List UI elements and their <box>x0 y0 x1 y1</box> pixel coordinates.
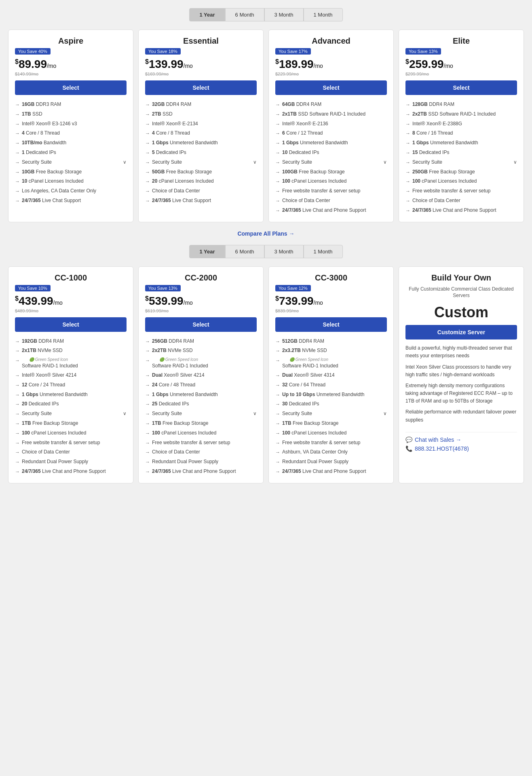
savings-badge-cc2000: You Save 13% <box>145 285 181 291</box>
feature-item: → 32GB DDR4 RAM <box>145 100 257 110</box>
arrow-icon: → <box>15 188 20 195</box>
arrow-icon: → <box>275 178 280 185</box>
period-btn-3-month[interactable]: 3 Month <box>264 8 304 21</box>
price-original-aspire: $149.99/mo <box>15 72 127 76</box>
arrow-icon: → <box>275 392 280 399</box>
page-wrapper: 1 Year6 Month3 Month1 Month Aspire You S… <box>0 0 532 500</box>
chevron-down-icon[interactable]: ∨ <box>253 410 257 417</box>
feature-item: → 1 Gbps Unmetered Bandwidth <box>15 390 127 400</box>
arrow-icon: → <box>405 101 410 108</box>
arrow-icon: → <box>145 338 150 345</box>
feature-item: → Free website transfer & server setup <box>145 438 257 448</box>
feature-item: → 64GB DDR4 RAM <box>275 100 387 110</box>
compare-link-wrapper: Compare All Plans → <box>8 230 524 237</box>
chevron-down-icon[interactable]: ∨ <box>383 159 387 166</box>
customize-server-btn[interactable]: Customize Server <box>405 325 517 340</box>
arrow-icon: → <box>145 430 150 437</box>
feature-item: → Free website transfer & server setup <box>15 438 127 448</box>
chevron-down-icon[interactable]: ∨ <box>123 159 127 166</box>
arrow-icon: → <box>145 178 150 185</box>
plan-name-aspire: Aspire <box>15 36 127 46</box>
features-list-aspire: → 16GB DDR3 RAM → 1TB SSD → Intel® Xeon®… <box>15 100 127 206</box>
select-btn-essential[interactable]: Select <box>145 80 257 95</box>
arrow-icon: → <box>15 338 20 345</box>
arrow-icon: → <box>275 188 280 195</box>
feature-item: → Choice of Data Center <box>145 447 257 457</box>
arrow-icon: → <box>275 130 280 137</box>
speed-icon: 🟢 Green Speed Icon <box>29 357 78 363</box>
feature-item: → 2x2TB NVMe SSD <box>145 346 257 356</box>
build-footer-item[interactable]: 💬 Chat with Sales → <box>405 436 517 443</box>
features-list-elite: → 128GB DDR4 RAM → 2x2TB SSD Software RA… <box>405 100 517 215</box>
arrow-icon: → <box>275 159 280 166</box>
period-btn-1-month[interactable]: 1 Month <box>304 245 343 258</box>
build-feature-item: Intel Xeon Silver Class processors to ha… <box>405 363 517 379</box>
plan-card-aspire: Aspire You Save 40% $89.99/mo $149.99/mo… <box>8 30 133 222</box>
period-btn-6-month[interactable]: 6 Month <box>225 245 264 258</box>
feature-item: → 2x1TB SSD Software RAID-1 Included <box>275 110 387 119</box>
chevron-down-icon[interactable]: ∨ <box>513 159 517 166</box>
arrow-icon: → <box>15 159 20 166</box>
arrow-icon: → <box>145 468 150 475</box>
feature-item: → Intel® Xeon® E-2134 <box>145 119 257 129</box>
arrow-icon: → <box>145 140 150 147</box>
arrow-icon: → <box>15 459 20 466</box>
arrow-icon: → <box>15 348 20 354</box>
feature-item-security: → Security Suite ∨ <box>275 158 387 167</box>
select-btn-aspire[interactable]: Select <box>15 80 127 95</box>
feature-item: → 1 Dedicated IPs <box>15 148 127 158</box>
select-btn-cc3000[interactable]: Select <box>275 317 387 332</box>
period-btn-3-month[interactable]: 3 Month <box>264 245 304 258</box>
price-original-cc3000: $839.99/mo <box>275 308 387 313</box>
feature-item: → Intel® Xeon® E-2388G <box>405 119 517 129</box>
arrow-icon: → <box>145 459 150 466</box>
feature-item: → 1TB Free Backup Storage <box>15 419 127 428</box>
chevron-down-icon[interactable]: ∨ <box>253 159 257 166</box>
period-btn-1-year[interactable]: 1 Year <box>189 245 225 258</box>
arrow-icon: → <box>15 468 20 475</box>
feature-item: → Up to 10 Gbps Unmetered Bandwidth <box>275 390 387 400</box>
feature-item: → Redundant Dual Power Supply <box>145 457 257 467</box>
chevron-down-icon[interactable]: ∨ <box>123 410 127 417</box>
build-footer-item[interactable]: 📞 888.321.HOST(4678) <box>405 445 517 452</box>
feature-item: → 100 cPanel Licenses Included <box>405 177 517 186</box>
arrow-icon: → <box>275 121 280 128</box>
arrow-icon: → <box>15 101 20 108</box>
select-btn-cc2000[interactable]: Select <box>145 317 257 332</box>
speed-icon: 🟢 Green Speed Icon <box>159 357 208 363</box>
arrow-icon: → <box>275 449 280 456</box>
price-main-cc1000: $439.99/mo <box>15 295 127 308</box>
period-btn-6-month[interactable]: 6 Month <box>225 8 264 21</box>
select-btn-advanced[interactable]: Select <box>275 80 387 95</box>
plan-card-cc3000: CC-3000 You Save 12% $739.99/mo $839.99/… <box>268 266 394 483</box>
arrow-icon: → <box>15 420 20 427</box>
arrow-icon: → <box>275 430 280 437</box>
arrow-icon: → <box>275 140 280 147</box>
chevron-down-icon[interactable]: ∨ <box>383 410 387 417</box>
feature-item: → 24 Core / 48 Thread <box>145 380 257 390</box>
compare-all-link[interactable]: Compare All Plans → <box>237 230 294 237</box>
plan-name-elite: Elite <box>405 36 517 46</box>
period-btn-1-month[interactable]: 1 Month <box>304 8 343 21</box>
feature-item: → Free website transfer & server setup <box>275 186 387 196</box>
feature-item: → 512GB DDR4 RAM <box>275 337 387 346</box>
arrow-icon: → <box>15 357 20 364</box>
feature-item: → 6 Core / 12 Thread <box>275 129 387 138</box>
arrow-icon: → <box>275 372 280 379</box>
plan-name-cc2000: CC-2000 <box>145 273 257 283</box>
price-main-advanced: $189.99/mo <box>275 58 387 71</box>
select-btn-cc1000[interactable]: Select <box>15 317 127 332</box>
feature-item: → 2x1TB NVMe SSD <box>15 346 127 356</box>
arrow-icon: → <box>15 382 20 389</box>
feature-item: → 1 Gbps Unmetered Bandwidth <box>145 390 257 400</box>
select-btn-elite[interactable]: Select <box>405 80 517 95</box>
arrow-icon: → <box>405 159 410 166</box>
price-main-aspire: $89.99/mo <box>15 58 127 71</box>
feature-item: → 1TB SSD <box>15 110 127 119</box>
arrow-icon: → <box>145 198 150 205</box>
plans-grid-section1: Aspire You Save 40% $89.99/mo $149.99/mo… <box>8 30 524 222</box>
period-btn-1-year[interactable]: 1 Year <box>189 8 225 21</box>
arrow-icon: → <box>145 188 150 195</box>
arrow-icon: → <box>145 357 150 364</box>
arrow-icon: → <box>145 411 150 418</box>
